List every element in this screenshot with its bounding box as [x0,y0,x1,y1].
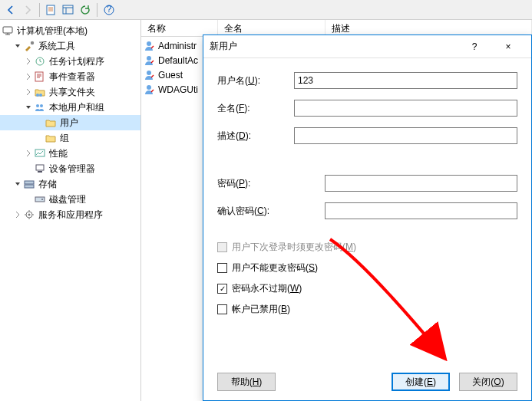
svg-rect-12 [35,150,45,156]
services-icon [23,209,35,221]
tree-event-viewer[interactable]: 事件查看器 [0,69,140,84]
details-icon[interactable] [61,2,76,18]
toolbar-separator [39,3,40,17]
tree-label: 服务和应用程序 [38,209,103,222]
svg-point-5 [31,41,34,44]
tree-users[interactable]: 用户 [0,115,140,130]
tree-label: 磁盘管理 [49,193,86,206]
checkbox-icon[interactable] [217,263,227,273]
checkbox-icon[interactable] [217,284,227,294]
checkbox-label: 帐户已禁用(B) [232,303,290,316]
svg-rect-0 [47,5,55,15]
chevron-down-icon[interactable] [12,179,23,189]
checkbox-must-change: 用户下次登录时须更改密码(M) [217,241,517,254]
username-label: 用户名(U): [217,74,294,87]
col-name[interactable]: 名称 [141,20,218,36]
description-input[interactable] [294,127,517,144]
storage-icon [23,178,35,190]
chevron-right-icon[interactable] [23,148,34,159]
svg-rect-4 [3,27,12,33]
dialog-help-icon[interactable]: ? [458,36,491,58]
chevron-right-icon[interactable] [23,71,34,82]
new-icon[interactable] [44,2,59,18]
tree-system-tools[interactable]: 系统工具 [0,38,140,54]
create-button[interactable]: 创建(E) [392,373,450,391]
folder-icon [45,117,57,129]
tree-label: 设备管理器 [49,163,95,176]
chevron-down-icon[interactable] [12,41,23,51]
chevron-right-icon[interactable] [23,56,34,67]
password-label: 密码(P): [217,177,325,190]
svg-point-20 [28,214,31,216]
dialog-body: 用户名(U): 全名(F): 描述(D): 密码(P): 确认密码(C): 用户… [203,58,531,331]
tree-label: 存储 [38,178,57,191]
tree-label: 任务计划程序 [49,55,104,68]
refresh-icon[interactable] [78,2,93,18]
user-name: Guest [158,70,183,81]
tree-storage[interactable]: 存储 [0,176,140,192]
close-icon[interactable]: × [491,36,525,58]
checkbox-icon[interactable] [217,304,227,314]
checkbox-icon [217,242,227,252]
tree-root[interactable]: 计算机管理(本地) [0,23,140,38]
svg-point-10 [36,104,39,107]
checkbox-account-disabled[interactable]: 帐户已禁用(B) [217,303,517,316]
dialog-title: 新用户 [210,40,458,53]
performance-icon [34,147,46,159]
users-icon [34,101,46,113]
confirm-password-label: 确认密码(C): [217,205,325,218]
svg-point-9 [39,94,42,97]
event-icon [34,71,46,83]
dialog-titlebar[interactable]: 新用户 ? × [203,35,531,58]
close-button[interactable]: 关闭(O) [459,373,517,391]
confirm-password-input[interactable] [325,202,517,219]
svg-rect-17 [35,197,45,202]
user-icon [143,69,155,81]
toolbar-separator [97,3,97,17]
user-name: DefaultAc [158,55,198,66]
chevron-down-icon[interactable] [23,102,34,113]
col-desc[interactable]: 描述 [325,20,532,36]
folder-icon [45,132,57,144]
disk-icon [34,193,46,205]
user-icon [143,54,155,67]
tree-label: 性能 [49,147,68,160]
app-toolbar: ? [0,0,532,20]
checkbox-cannot-change[interactable]: 用户不能更改密码(S) [217,261,517,274]
col-fullname[interactable]: 全名 [218,20,325,36]
fullname-label: 全名(F): [217,102,294,115]
fullname-input[interactable] [294,100,517,117]
checkbox-never-expire[interactable]: 密码永不过期(W) [217,282,517,295]
svg-rect-15 [25,181,34,184]
svg-point-8 [36,94,39,97]
tree-label: 组 [60,132,69,145]
svg-text:?: ? [107,4,112,15]
tree-shared-folders[interactable]: 共享文件夹 [0,84,140,100]
tree-groups[interactable]: 组 [0,130,140,146]
checkbox-label: 用户不能更改密码(S) [232,261,318,274]
nav-tree[interactable]: 计算机管理(本地) 系统工具 任务计划程序 事件查看器 共享文件夹 本地用户和组 [0,20,141,401]
tree-local-users-groups[interactable]: 本地用户和组 [0,100,140,115]
tree-label: 用户 [60,117,78,130]
back-icon[interactable] [3,2,18,18]
svg-point-18 [41,199,43,200]
username-input[interactable] [294,72,517,89]
svg-point-22 [147,56,151,61]
tree-performance[interactable]: 性能 [0,146,140,161]
tools-icon [23,40,35,52]
tree-label: 事件查看器 [49,71,95,84]
tree-label: 共享文件夹 [49,86,95,99]
tree-label: 计算机管理(本地) [17,25,88,38]
help-button[interactable]: 帮助(H) [217,373,276,391]
forward-icon[interactable] [20,2,35,18]
tree-device-manager[interactable]: 设备管理器 [0,161,140,176]
computer-icon [2,25,14,37]
tree-disk-management[interactable]: 磁盘管理 [0,192,140,207]
chevron-right-icon[interactable] [23,87,34,97]
device-icon [34,163,46,175]
help-icon[interactable]: ? [101,2,117,18]
password-input[interactable] [325,175,517,192]
chevron-right-icon[interactable] [12,209,23,220]
tree-services-apps[interactable]: 服务和应用程序 [0,207,140,222]
tree-task-scheduler[interactable]: 任务计划程序 [0,54,140,69]
